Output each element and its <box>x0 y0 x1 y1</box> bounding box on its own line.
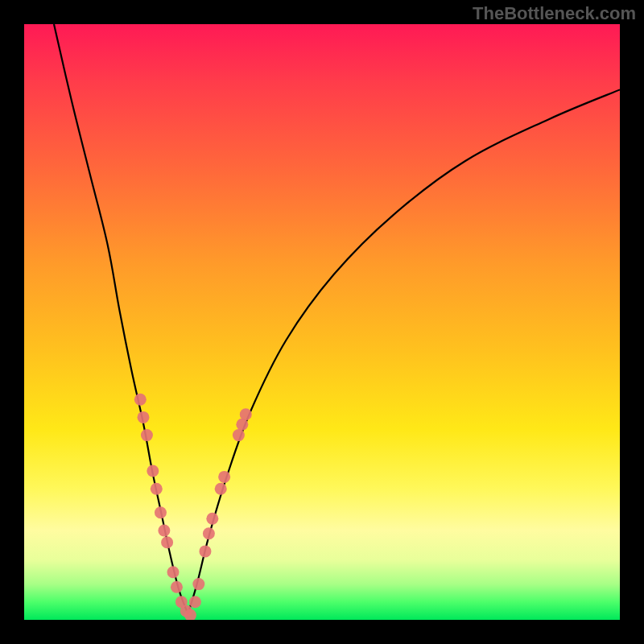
data-point <box>189 596 201 608</box>
data-point <box>199 545 211 557</box>
data-point <box>240 408 252 420</box>
data-point <box>218 471 230 483</box>
data-point <box>155 506 167 518</box>
data-point <box>158 525 170 537</box>
data-point <box>203 527 215 539</box>
data-point <box>215 483 227 495</box>
data-points-group <box>134 394 252 620</box>
data-point <box>233 429 245 441</box>
data-point <box>134 394 147 406</box>
data-point <box>141 429 153 441</box>
data-point <box>138 411 150 423</box>
data-point <box>192 578 204 590</box>
chart-svg <box>24 24 620 620</box>
data-point <box>147 465 159 477</box>
curve-left-branch <box>54 24 188 614</box>
data-point <box>151 483 163 495</box>
data-point <box>171 581 183 593</box>
data-point <box>167 566 180 578</box>
watermark-text: TheBottleneck.com <box>473 3 636 24</box>
curve-right-branch <box>188 89 621 613</box>
data-point <box>161 536 173 548</box>
plot-area <box>24 24 620 620</box>
data-point <box>206 513 218 525</box>
